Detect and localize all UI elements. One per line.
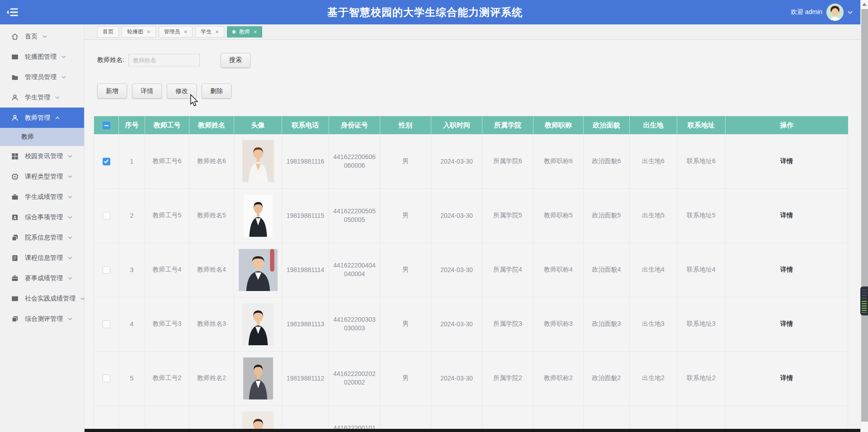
tab-item[interactable]: 首页 [97, 26, 119, 38]
cell-id-number: 441622200505050005 [329, 188, 380, 243]
sidebar-item-11[interactable]: 课程信息管理 [0, 248, 84, 268]
sidebar-item-8[interactable]: 学生成绩管理 [0, 187, 84, 207]
sidebar-item-label: 社会实践成绩管理 [25, 295, 75, 303]
row-checkbox[interactable] [103, 320, 110, 328]
row-checkbox[interactable] [103, 375, 110, 382]
cell-birthplace: 出生地5 [630, 188, 677, 243]
detail-link[interactable]: 详情 [780, 211, 793, 219]
cell-phone: 19819881115 [282, 188, 329, 243]
tab-bar: 首页轮播图×管理员×学生×教师× [85, 24, 868, 40]
sidebar-item-9[interactable]: 综合事项管理 [0, 207, 84, 227]
sidebar-item-5[interactable]: 教师管理 [0, 108, 84, 128]
cell-name: 教师姓名6 [189, 134, 234, 188]
detail-link[interactable]: 详情 [780, 320, 793, 327]
column-header: 出生地 [630, 116, 677, 134]
sidebar-item-4[interactable]: 学生管理 [0, 87, 84, 108]
cell-address: 联系地址2 [677, 351, 726, 405]
search-button[interactable]: 搜索 [221, 53, 250, 68]
cell-title [533, 405, 584, 432]
cell-work-no: 教师工号4 [145, 243, 189, 297]
chevron-down-icon [80, 297, 85, 300]
sidebar-item-label: 学生管理 [25, 94, 50, 102]
screen-edge-widget[interactable] [860, 286, 868, 315]
close-icon[interactable]: × [215, 29, 219, 35]
sidebar-item-label: 首页 [25, 33, 38, 41]
sidebar-item-14[interactable]: 综合测评管理 [0, 309, 84, 329]
cell-title: 教师职称2 [533, 351, 584, 405]
mouse-cursor [190, 94, 198, 108]
sidebar-item-13[interactable]: 社会实践成绩管理 [0, 288, 84, 309]
cell-political: 政治面貌2 [584, 351, 630, 405]
table-header-row: 序号教师工号教师姓名头像联系电话身份证号性别入职时间所属学院教师职称政治面貌出生… [94, 116, 848, 134]
scrollbar-up-arrow[interactable] [862, 3, 867, 6]
detail-link[interactable]: 详情 [780, 374, 793, 381]
chevron-down-icon [68, 318, 72, 320]
cell-birthplace [630, 405, 677, 432]
detail-button[interactable]: 详情 [132, 84, 162, 99]
sidebar-item-7[interactable]: 课程类型管理 [0, 166, 84, 187]
sidebar-item-6[interactable]: 校园资讯管理 [0, 146, 84, 166]
row-checkbox-cell [94, 188, 119, 243]
teacher-photo-woman-dark-blazer [239, 249, 278, 291]
tab-active[interactable]: 教师× [227, 26, 263, 38]
select-all-checkbox[interactable] [103, 122, 110, 129]
tab-item[interactable]: 管理员× [159, 26, 193, 38]
column-header: 教师工号 [145, 116, 189, 134]
copy-icon [11, 234, 19, 242]
sidebar-item-label: 综合事项管理 [25, 213, 63, 221]
detail-link[interactable]: 详情 [780, 266, 793, 273]
sidebar-item-label: 轮播图管理 [25, 53, 57, 61]
cell-seq: 5 [119, 351, 145, 405]
sidebar-item-12[interactable]: 赛事成绩管理 [0, 268, 84, 288]
cell-name: 教师姓名2 [189, 351, 234, 405]
cell-photo [234, 405, 282, 432]
sidebar-item-3[interactable]: 管理员管理 [0, 67, 84, 87]
cell-title: 教师职称6 [533, 134, 584, 188]
tab-item[interactable]: 轮播图× [122, 26, 156, 38]
teacher-photo-woman-black-vest [242, 303, 274, 345]
cell-seq: 2 [119, 188, 145, 243]
column-header: 入职时间 [431, 116, 482, 134]
cell-birthplace: 出生地6 [630, 134, 677, 188]
scrollbar-thumb[interactable] [861, 9, 868, 422]
widget-lines [862, 290, 867, 300]
user-icon [11, 114, 19, 122]
delete-button[interactable]: 删除 [202, 84, 231, 99]
row-checkbox[interactable] [103, 266, 110, 274]
cell-political: 政治面貌6 [584, 134, 630, 188]
row-checkbox[interactable] [103, 212, 110, 220]
close-icon[interactable]: × [254, 29, 257, 35]
sidebar-item-2[interactable]: 轮播图管理 [0, 47, 84, 67]
detail-link[interactable]: 详情 [780, 157, 793, 164]
table-row: 441622200101 [94, 405, 848, 432]
widget-green-stripes [862, 301, 867, 313]
table-row: 2教师工号5教师姓名519819881115441622200505050005… [94, 188, 848, 243]
sidebar-item-10[interactable]: 院系信息管理 [0, 227, 84, 248]
suitcase-icon [11, 274, 19, 282]
chevron-down-icon[interactable] [848, 11, 853, 14]
search-input[interactable] [128, 54, 200, 66]
cell-hire-date: 2024-03-30 [431, 243, 482, 297]
add-button[interactable]: 新增 [97, 84, 127, 99]
chevron-down-icon [61, 56, 66, 58]
column-header: 身份证号 [329, 116, 380, 134]
teacher-photo-man-gray-vest [243, 357, 273, 399]
sidebar-subitem[interactable]: 教师 [0, 128, 84, 146]
cell-work-no: 教师工号6 [145, 134, 189, 188]
sidebar-item-label: 校园资讯管理 [25, 152, 63, 160]
cell-college [482, 405, 533, 432]
cell-phone: 19819881116 [282, 134, 329, 188]
close-icon[interactable]: × [147, 29, 151, 35]
vertical-scrollbar[interactable] [860, 0, 868, 432]
row-checkbox-cell [94, 134, 119, 188]
close-icon[interactable]: × [184, 29, 188, 35]
cell-action: 详情 [726, 134, 848, 188]
cell-political: 政治面貌3 [584, 297, 630, 351]
sidebar-item-1[interactable]: 首页 [0, 26, 84, 47]
row-checkbox-checked[interactable] [103, 158, 110, 165]
tab-item[interactable]: 学生× [195, 26, 224, 38]
chevron-down-icon [68, 277, 72, 280]
cell-photo [234, 188, 282, 243]
avatar[interactable] [826, 4, 844, 21]
cell-hire-date: 2024-03-30 [431, 351, 482, 405]
